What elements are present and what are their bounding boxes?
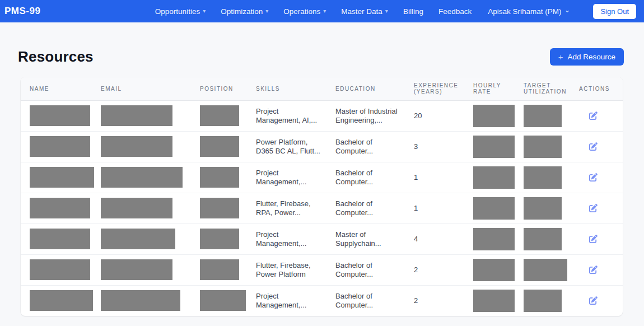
column-header-email: Email: [95, 77, 194, 100]
redacted-hourly-rate-value: [473, 228, 515, 250]
column-header-target-utilization: Target Utilization: [518, 77, 573, 100]
page-title: Resources: [18, 48, 94, 66]
page-header: Resources + Add Resource: [18, 48, 626, 66]
column-header-position: Position: [194, 77, 250, 100]
redacted-hourly-rate-value: [473, 105, 515, 127]
edit-resource-button[interactable]: [587, 263, 600, 276]
redacted-target-utilization-value: [524, 166, 562, 189]
nav-item-billing[interactable]: Billing: [403, 7, 423, 16]
education-value: Bachelor of Computer...: [335, 169, 403, 186]
nav-item-label: Operations: [283, 7, 320, 16]
redacted-name-value: [30, 259, 90, 280]
edit-resource-button[interactable]: [587, 294, 600, 307]
education-value: Bachelor of Computer...: [335, 292, 403, 309]
education-value: Master of Industrial Engineering,...: [335, 107, 403, 124]
redacted-name-value: [30, 198, 90, 218]
caret-down-icon: ▾: [323, 8, 326, 14]
redacted-email-value: [101, 167, 183, 188]
redacted-target-utilization-value: [524, 105, 562, 127]
column-header-actions: Actions: [573, 77, 623, 100]
redacted-position-value: [200, 167, 239, 188]
edit-icon: [589, 204, 598, 212]
redacted-name-value: [30, 229, 90, 249]
redacted-target-utilization-value: [524, 197, 562, 220]
nav-item-master-data[interactable]: Master Data ▾: [341, 7, 388, 16]
edit-resource-button[interactable]: [587, 140, 600, 153]
nav-item-label: Optimization: [221, 7, 263, 16]
table-row: Project Management, AI,... Master of Ind…: [21, 100, 623, 131]
redacted-hourly-rate-value: [473, 290, 515, 312]
nav-item-operations[interactable]: Operations ▾: [283, 7, 326, 16]
table-row: Power Platform, D365 BC AL, Flutt... Bac…: [21, 131, 623, 162]
add-resource-button[interactable]: + Add Resource: [550, 48, 624, 66]
nav-item-optimization[interactable]: Optimization ▾: [221, 7, 268, 16]
edit-icon: [589, 235, 598, 243]
table-header-row: Name Email Position Skills Education Exp…: [21, 77, 623, 100]
redacted-name-value: [30, 105, 90, 126]
sign-out-button[interactable]: Sign Out: [593, 4, 636, 19]
main-content: Resources + Add Resource Name Email Posi…: [0, 48, 644, 316]
skills-value: Flutter, Firebase, RPA, Power...: [256, 199, 324, 217]
education-value: Bachelor of Computer...: [335, 138, 403, 155]
user-menu[interactable]: Apisak Srihamat (PM) ⌄: [488, 7, 570, 16]
add-resource-label: Add Resource: [567, 53, 615, 61]
edit-resource-button[interactable]: [587, 171, 600, 184]
table-row: Project Management,... Bachelor of Compu…: [21, 162, 623, 193]
experience-value: 4: [414, 235, 418, 243]
edit-resource-button[interactable]: [587, 202, 600, 215]
skills-value: Project Management,...: [256, 169, 324, 186]
skills-value: Flutter, Firebase, Power Platform: [256, 261, 324, 278]
nav-item-label: Master Data: [341, 7, 382, 16]
edit-icon: [589, 173, 598, 181]
nav-item-feedback[interactable]: Feedback: [438, 7, 472, 16]
column-header-education: Education: [330, 77, 408, 100]
redacted-position-value: [200, 229, 239, 249]
experience-value: 1: [414, 204, 418, 212]
nav-item-label: Opportunities: [155, 7, 200, 16]
edit-icon: [589, 142, 598, 151]
redacted-name-value: [30, 167, 94, 188]
edit-resource-button[interactable]: [587, 232, 600, 245]
app-brand[interactable]: PMS-99: [4, 6, 40, 17]
nav-links: Opportunities ▾ Optimization ▾ Operation…: [155, 4, 636, 19]
caret-down-icon: ▾: [265, 8, 268, 14]
experience-value: 2: [414, 296, 418, 305]
redacted-target-utilization-value: [524, 259, 567, 281]
table-row: Flutter, Firebase, RPA, Power... Bachelo…: [21, 193, 623, 223]
column-header-hourly-rate: Hourly Rate: [468, 77, 518, 100]
column-header-skills: Skills: [250, 77, 330, 100]
caret-down-icon: ▾: [385, 8, 388, 14]
redacted-email-value: [101, 136, 172, 157]
redacted-hourly-rate-value: [473, 259, 515, 281]
redacted-position-value: [200, 105, 239, 126]
skills-value: Project Management,...: [256, 230, 324, 248]
skills-value: Power Platform, D365 BC AL, Flutt...: [256, 138, 324, 155]
resources-table-card: Name Email Position Skills Education Exp…: [21, 77, 623, 316]
experience-value: 20: [414, 111, 422, 120]
resources-table: Name Email Position Skills Education Exp…: [21, 77, 623, 316]
education-value: Bachelor of Computer...: [335, 199, 403, 217]
caret-down-icon: ▾: [203, 8, 206, 14]
experience-value: 3: [414, 142, 418, 151]
nav-item-opportunities[interactable]: Opportunities ▾: [155, 7, 206, 16]
experience-value: 2: [414, 266, 418, 274]
edit-icon: [589, 296, 598, 305]
redacted-hourly-rate-value: [473, 197, 515, 220]
redacted-email-value: [101, 229, 175, 249]
skills-value: Project Management,...: [256, 292, 324, 309]
nav-item-label: Feedback: [438, 7, 472, 16]
column-header-name: Name: [21, 77, 95, 100]
experience-value: 1: [414, 173, 418, 181]
redacted-target-utilization-value: [524, 136, 562, 158]
redacted-position-value: [200, 259, 239, 280]
redacted-name-value: [30, 136, 90, 157]
redacted-name-value: [30, 290, 93, 311]
table-row: Project Management,... Bachelor of Compu…: [21, 285, 623, 316]
redacted-position-value: [200, 198, 239, 218]
table-row: Project Management,... Master of Supplyc…: [21, 223, 623, 254]
skills-value: Project Management, AI,...: [256, 107, 324, 124]
education-value: Master of Supplychain...: [335, 230, 403, 248]
redacted-email-value: [101, 198, 172, 218]
edit-resource-button[interactable]: [587, 109, 600, 122]
top-navbar: PMS-99 Opportunities ▾ Optimization ▾ Op…: [0, 0, 644, 22]
